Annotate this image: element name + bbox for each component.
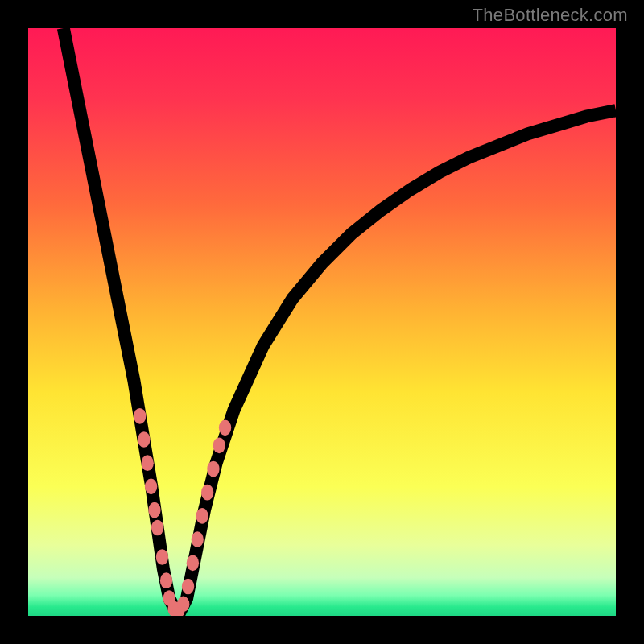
bottleneck-curve [64, 28, 616, 610]
watermark-text: TheBottleneck.com [473, 5, 628, 26]
marker-point [207, 461, 219, 477]
marker-point [201, 485, 213, 501]
marker-point [145, 479, 157, 495]
marker-point [196, 508, 208, 524]
marker-point [187, 555, 199, 571]
marker-point [142, 455, 154, 471]
marker-point [219, 420, 231, 436]
curve-layer [28, 28, 616, 616]
marker-point [148, 502, 160, 518]
chart-frame: TheBottleneck.com [0, 0, 644, 644]
marker-point [160, 572, 172, 588]
marker-point [134, 408, 146, 424]
marker-point [182, 579, 194, 595]
marker-point [151, 520, 163, 536]
marker-point [156, 549, 168, 565]
marker-point [138, 431, 150, 448]
marker-group [134, 408, 231, 616]
marker-point [213, 437, 225, 453]
plot-area [28, 28, 616, 616]
marker-point [177, 597, 189, 613]
marker-point [192, 531, 204, 547]
